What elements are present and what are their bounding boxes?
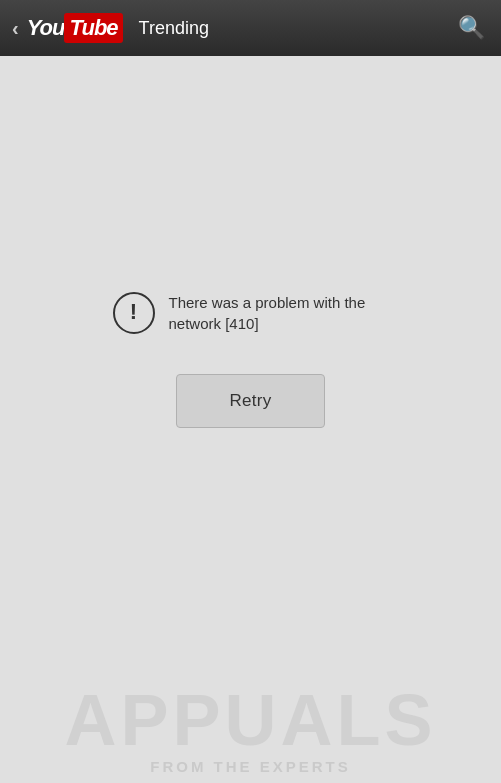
header-left: ‹ YouTube Trending (12, 13, 209, 43)
error-icon-symbol: ! (130, 301, 137, 323)
logo-you: You (27, 15, 65, 41)
retry-button[interactable]: Retry (176, 374, 324, 428)
error-message-row: ! There was a problem with the network [… (113, 292, 389, 334)
youtube-logo: YouTube (27, 13, 123, 43)
page-title: Trending (139, 18, 209, 39)
search-icon[interactable]: 🔍 (454, 11, 489, 45)
error-icon: ! (113, 292, 155, 334)
app-header: ‹ YouTube Trending 🔍 (0, 0, 501, 56)
back-button[interactable]: ‹ (12, 17, 19, 40)
main-content: ! There was a problem with the network [… (0, 56, 501, 783)
error-section: ! There was a problem with the network [… (113, 292, 389, 428)
logo-tube: Tube (64, 13, 122, 43)
error-text: There was a problem with the network [41… (169, 292, 389, 334)
